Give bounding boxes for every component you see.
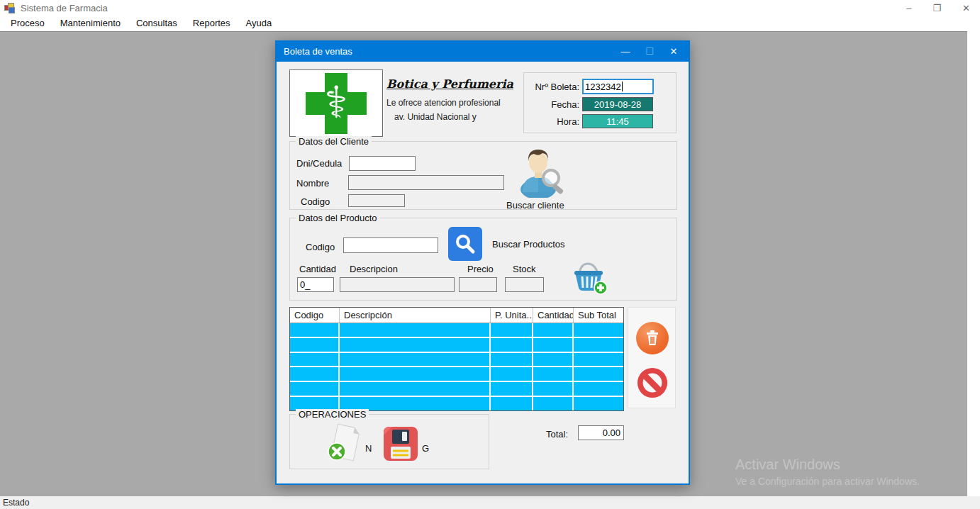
delete-row-button[interactable]: [636, 322, 669, 354]
producto-codigo-label: Codigo: [306, 242, 335, 252]
buscar-cliente-label[interactable]: Buscar cliente: [506, 200, 564, 211]
dialog-maximize-button: ☐: [637, 40, 662, 62]
dialog-close-button[interactable]: ✕: [662, 40, 686, 62]
table-row[interactable]: [290, 367, 623, 382]
table-cell[interactable]: [574, 397, 623, 410]
menubar: Proceso Mantenimiento Consultas Reportes…: [0, 16, 980, 31]
stock-input[interactable]: [505, 277, 544, 292]
store-tagline: Le ofrece atencion profesional: [386, 98, 501, 108]
buscar-productos-button[interactable]: [448, 227, 482, 261]
table-cell[interactable]: [491, 382, 533, 396]
menu-item-mantenimiento[interactable]: Mantenimiento: [52, 16, 128, 31]
col-subtotal[interactable]: Sub Total: [574, 308, 623, 323]
pharmacy-logo: ⚕: [289, 69, 383, 137]
window-title: Sistema de Farmacia: [21, 3, 108, 13]
col-punitario[interactable]: P. Unita...: [491, 308, 533, 323]
producto-codigo-input[interactable]: [343, 237, 438, 253]
table-cell[interactable]: [491, 353, 533, 367]
table-cell[interactable]: [533, 382, 574, 396]
table-cell[interactable]: [340, 367, 491, 381]
table-row[interactable]: [290, 338, 623, 353]
store-name: Botica y Perfumeria: [386, 77, 513, 91]
table-cell[interactable]: [340, 323, 491, 337]
dialog-titlebar[interactable]: Boleta de ventas — ☐ ✕: [275, 40, 690, 62]
table-cell[interactable]: [491, 367, 533, 381]
table-cell[interactable]: [290, 367, 340, 381]
table-cell[interactable]: [533, 397, 574, 410]
boleta-header-panel: Nrº Boleta: 1232342 Fecha: 2019-08-28 Ho…: [523, 72, 676, 133]
cantidad-input[interactable]: 0_: [297, 277, 334, 292]
table-cell[interactable]: [574, 353, 623, 367]
buscar-cliente-icon[interactable]: [517, 145, 565, 198]
minimize-button[interactable]: –: [906, 3, 911, 13]
table-cell[interactable]: [290, 382, 340, 396]
cliente-group-title: Datos del Cliente: [296, 136, 372, 147]
boleta-number-label: Nrº Boleta:: [524, 82, 582, 92]
save-label: G: [422, 443, 429, 454]
fecha-value: 2019-08-28: [582, 97, 653, 111]
col-descripcion[interactable]: Descripción: [340, 308, 491, 323]
table-cell[interactable]: [491, 338, 533, 352]
table-cell[interactable]: [574, 367, 623, 381]
table-cell[interactable]: [533, 353, 574, 367]
dialog-body: ⚕ Botica y Perfumeria Le ofrece atencion…: [275, 62, 690, 485]
table-row[interactable]: [290, 323, 623, 338]
producto-group-title: Datos del Producto: [296, 213, 380, 223]
add-to-basket-icon[interactable]: [571, 261, 608, 295]
cancel-button[interactable]: [636, 367, 669, 399]
operaciones-group-title: OPERACIONES: [296, 409, 369, 420]
dialog-title: Boleta de ventas: [284, 46, 352, 57]
no-entry-icon: [636, 366, 669, 400]
restore-button[interactable]: ❐: [932, 3, 941, 13]
operaciones-groupbox: OPERACIONES N: [289, 414, 489, 469]
table-cell[interactable]: [533, 367, 574, 381]
menu-item-proceso[interactable]: Proceso: [3, 16, 52, 31]
items-table: Codigo Descripción P. Unita... Cantidad …: [289, 307, 624, 411]
dialog-minimize-button[interactable]: —: [613, 40, 637, 62]
table-row[interactable]: [290, 353, 623, 368]
producto-groupbox: Datos del Producto Codigo Buscar Product…: [289, 218, 677, 301]
main-titlebar: Sistema de Farmacia – ❐ ✕: [0, 0, 980, 16]
activate-windows-watermark: Activar Windows Ve a Configuración para …: [735, 457, 920, 487]
table-cell[interactable]: [533, 323, 574, 337]
watermark-line2: Ve a Configuración para activar Windows.: [735, 476, 920, 487]
col-cantidad[interactable]: Cantidad: [533, 308, 574, 323]
table-cell[interactable]: [290, 338, 340, 352]
table-cell[interactable]: [491, 323, 533, 337]
table-cell[interactable]: [340, 382, 491, 396]
dni-input[interactable]: [349, 156, 416, 171]
precio-input[interactable]: [459, 277, 497, 292]
table-cell[interactable]: [340, 353, 491, 367]
cantidad-label: Cantidad: [299, 264, 336, 274]
menu-item-consultas[interactable]: Consultas: [128, 16, 185, 31]
text-cursor: [622, 82, 623, 91]
close-button[interactable]: ✕: [962, 3, 970, 13]
app-icon: [4, 3, 15, 13]
menu-item-reportes[interactable]: Reportes: [185, 16, 238, 31]
table-cell[interactable]: [290, 323, 340, 337]
table-cell[interactable]: [340, 338, 491, 352]
dni-label: Dni/Cedula: [296, 158, 342, 169]
table-cell[interactable]: [574, 323, 623, 337]
store-address: av. Unidad Nacional y: [394, 112, 477, 122]
col-codigo[interactable]: Codigo: [290, 308, 340, 323]
nombre-input[interactable]: [348, 175, 504, 190]
status-label: Estado: [3, 498, 29, 508]
hora-label: Hora:: [524, 116, 582, 127]
buscar-productos-label: Buscar Productos: [492, 239, 565, 250]
menu-item-ayuda[interactable]: Ayuda: [238, 16, 280, 31]
table-cell[interactable]: [290, 353, 340, 367]
save-boleta-button[interactable]: [382, 425, 419, 462]
table-cell[interactable]: [574, 382, 623, 396]
table-row[interactable]: [290, 382, 623, 397]
boleta-number-input[interactable]: 1232342: [582, 79, 654, 94]
descripcion-input[interactable]: [340, 277, 455, 292]
caduceus-icon: ⚕: [306, 70, 367, 135]
new-boleta-button[interactable]: [327, 423, 364, 464]
total-label: Total:: [546, 429, 568, 440]
table-cell[interactable]: [574, 338, 623, 352]
table-cell[interactable]: [533, 338, 574, 352]
cliente-codigo-input[interactable]: [348, 194, 405, 207]
boleta-dialog: Boleta de ventas — ☐ ✕ ⚕ Botica y Perfum…: [275, 40, 690, 485]
table-cell[interactable]: [491, 397, 533, 410]
